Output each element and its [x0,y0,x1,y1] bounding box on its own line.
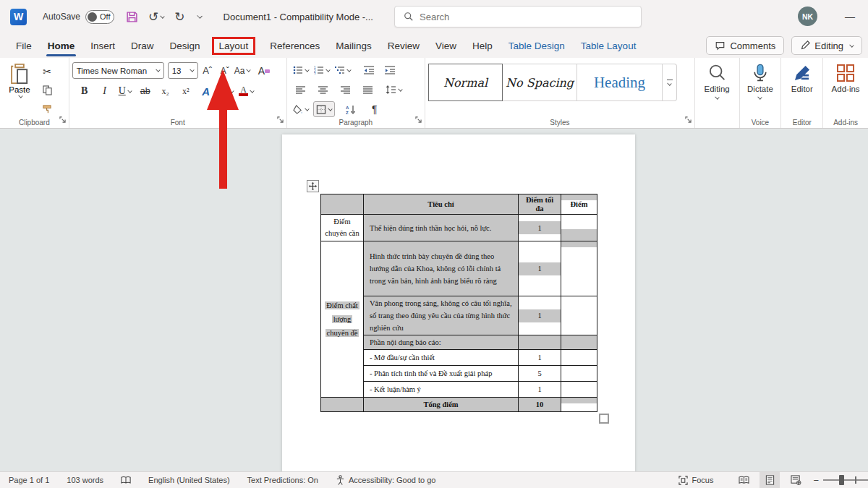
criteria-cell[interactable]: - Phân tích tình thế và Đề xuất giải phá… [364,366,519,382]
score-cell[interactable] [561,296,597,335]
search-input[interactable] [420,12,600,22]
format-painter-button[interactable] [39,101,55,117]
style-no-spacing[interactable]: No Spacing [503,64,577,101]
max-cell[interactable] [519,335,561,350]
strikethrough-button[interactable]: ab [137,83,153,99]
redo-button[interactable]: ↻ [174,9,184,25]
shading-button[interactable] [293,101,309,117]
align-left-button[interactable] [293,82,309,98]
copy-button[interactable] [39,82,55,98]
word-app-icon[interactable]: W [10,9,27,25]
accessibility-status[interactable]: Accessibility: Good to go [327,472,444,488]
max-cell[interactable]: 1 [519,241,561,296]
document-page[interactable]: Tiêu chí Điểm tối đa Điểm Điểm chuyên cầ… [282,134,635,471]
max-cell[interactable]: 1 [519,296,561,335]
table-move-handle[interactable] [307,180,319,192]
zoom-control[interactable]: − [813,475,868,486]
customize-quick-access-button[interactable] [195,14,202,20]
tab-mailings[interactable]: Mailings [334,38,373,54]
tab-review[interactable]: Review [386,38,421,54]
language-status[interactable]: English (United States) [140,472,239,488]
text-predictions-status[interactable]: Text Predictions: On [239,472,327,488]
page-count[interactable]: Page 1 of 1 [0,472,58,488]
header-max-cell[interactable]: Điểm tối đa [519,194,561,215]
max-cell[interactable]: 1 [519,350,561,366]
styles-dialog-launcher[interactable] [685,113,692,126]
tab-draw[interactable]: Draw [129,38,156,54]
style-heading[interactable]: Heading [577,64,663,101]
multilevel-list-button[interactable] [335,62,351,78]
autosave-toggle[interactable]: Off [85,10,114,24]
print-layout-button[interactable] [760,472,780,488]
footer-total-cell[interactable]: 10 [519,398,561,412]
proofing-status[interactable] [112,472,140,488]
undo-button[interactable]: ↺ [148,9,164,25]
max-cell[interactable]: 5 [519,366,561,382]
criteria-cell[interactable]: - Mở đầu/sự cần thiết [364,350,519,366]
line-spacing-button[interactable] [386,82,402,98]
footer-empty-cell[interactable] [321,398,364,412]
score-cell[interactable] [561,350,597,366]
justify-button[interactable] [360,82,376,98]
paragraph-dialog-launcher[interactable] [415,113,422,126]
tab-insert[interactable]: Insert [89,38,116,54]
editor-button[interactable]: Editor [784,62,820,93]
bullets-button[interactable] [293,62,309,78]
header-score-cell[interactable]: Điểm [561,194,597,215]
font-size-combo[interactable]: 13 [168,62,198,79]
zoom-out-button[interactable]: − [813,475,819,486]
score-cell[interactable] [561,382,597,398]
group-cell[interactable]: Điểm chấtlượngchuyên đề [321,241,364,398]
tab-file[interactable]: File [14,38,33,54]
tab-table-layout[interactable]: Table Layout [579,38,638,54]
group-cell[interactable]: Điểm chuyên cần [321,215,364,241]
word-count[interactable]: 103 words [58,472,112,488]
clipboard-dialog-launcher[interactable] [59,113,66,126]
editing-button[interactable]: Editing [698,62,736,99]
score-cell[interactable] [561,241,597,296]
header-criteria-cell[interactable]: Tiêu chí [364,194,519,215]
tab-help[interactable]: Help [471,38,494,54]
web-layout-button[interactable] [786,472,806,488]
tab-references[interactable]: References [268,38,321,54]
style-normal[interactable]: Normal [428,64,503,101]
search-box[interactable] [394,6,642,27]
tab-table-design[interactable]: Table Design [507,38,566,54]
italic-button[interactable]: I [97,83,113,99]
styles-gallery-more-button[interactable] [663,64,677,101]
evaluation-table[interactable]: Tiêu chí Điểm tối đa Điểm Điểm chuyên cầ… [320,194,597,412]
header-empty-cell[interactable] [321,194,364,215]
minimize-button[interactable]: — [839,9,861,25]
read-mode-button[interactable] [733,472,754,488]
autosave-control[interactable]: AutoSave Off [43,10,114,24]
align-right-button[interactable] [338,82,354,98]
underline-button[interactable]: U [117,83,133,99]
document-canvas[interactable]: Tiêu chí Điểm tối đa Điểm Điểm chuyên cầ… [0,129,868,471]
criteria-cell[interactable]: - Kết luận/hàm ý [364,382,519,398]
table-resize-handle[interactable] [599,414,609,424]
bold-button[interactable]: B [77,83,93,99]
footer-label-cell[interactable]: Tổng điểm [364,398,519,412]
zoom-slider-handle[interactable] [839,475,844,485]
tab-view[interactable]: View [434,38,458,54]
avatar[interactable]: NK [798,7,817,26]
score-cell[interactable] [561,215,597,241]
criteria-cell[interactable]: Phần nội dung báo cáo: [364,335,519,350]
comments-button[interactable]: Comments [706,36,784,55]
zoom-slider[interactable] [823,479,868,481]
borders-button[interactable] [313,101,335,117]
increase-indent-button[interactable] [383,62,399,78]
criteria-cell[interactable]: Văn phong trong sáng, không có câu tối n… [364,296,519,335]
score-cell[interactable] [561,366,597,382]
criteria-cell[interactable]: Hình thức trình bày chuyên đề đúng theo … [364,241,519,296]
max-cell[interactable]: 1 [519,382,561,398]
font-color-button[interactable]: A [239,83,255,99]
tab-home[interactable]: Home [46,38,77,54]
align-center-button[interactable] [315,82,331,98]
focus-mode-button[interactable]: Focus [670,472,722,488]
editing-mode-button[interactable]: Editing [791,36,862,55]
superscript-button[interactable]: x² [178,83,194,99]
max-cell[interactable]: 1 [519,215,561,241]
sort-button[interactable]: AZ [344,101,359,117]
font-name-combo[interactable]: Times New Roman [72,62,164,79]
